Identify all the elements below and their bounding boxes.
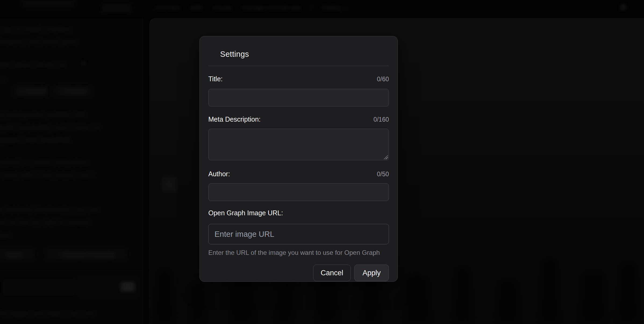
app-screen: overview skills visuals manage console a… bbox=[0, 0, 644, 324]
title-label: Title: bbox=[208, 75, 223, 83]
meta-description-textarea[interactable] bbox=[208, 129, 389, 160]
og-image-url-helper: Enter the URL of the image you want to u… bbox=[208, 249, 389, 256]
author-char-counter: 0/50 bbox=[377, 171, 389, 178]
dialog-title: Settings bbox=[220, 50, 389, 59]
settings-dialog: Settings Title: 0/60 Meta Description: 0… bbox=[199, 36, 398, 282]
og-image-url-input[interactable] bbox=[208, 224, 389, 244]
dialog-actions: Cancel Apply bbox=[208, 265, 389, 281]
author-label: Author: bbox=[208, 170, 230, 178]
dialog-divider bbox=[208, 66, 389, 66]
meta-description-label: Meta Description: bbox=[208, 115, 261, 123]
meta-description-char-counter: 0/160 bbox=[373, 116, 389, 123]
og-image-url-label: Open Graph Image URL: bbox=[208, 209, 283, 217]
cancel-button[interactable]: Cancel bbox=[313, 265, 351, 281]
apply-button[interactable]: Apply bbox=[354, 265, 389, 281]
author-input[interactable] bbox=[208, 183, 389, 201]
title-char-counter: 0/60 bbox=[377, 76, 389, 83]
title-input[interactable] bbox=[208, 89, 389, 107]
